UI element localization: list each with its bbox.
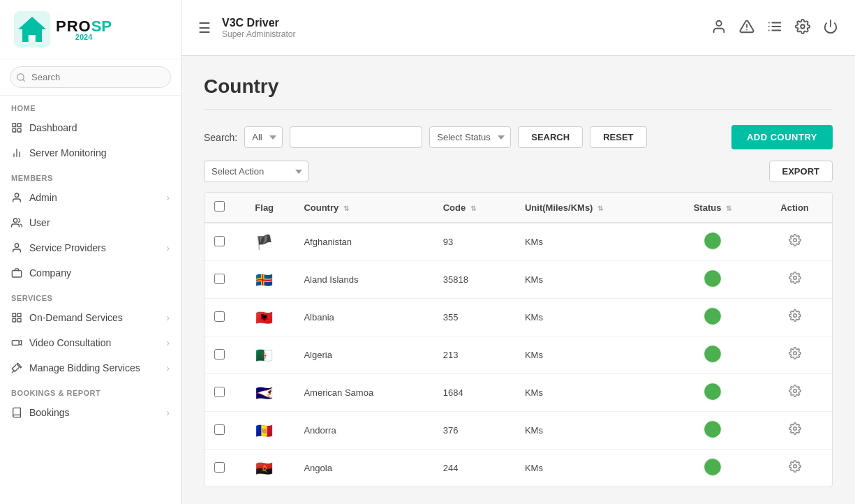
row-code-3: 213 — [433, 336, 515, 374]
company-icon — [11, 267, 22, 279]
svg-point-36 — [793, 239, 796, 242]
list-icon[interactable] — [767, 19, 782, 36]
svg-point-39 — [793, 276, 796, 280]
row-action-gear-2[interactable] — [785, 308, 805, 327]
company-label: Company — [29, 267, 170, 279]
row-checkbox-4[interactable] — [214, 387, 225, 397]
sidebar-item-server-monitoring[interactable]: Server Monitoring — [0, 140, 181, 165]
action-select[interactable]: Select Action — [204, 161, 308, 182]
topbar-icons — [711, 19, 838, 36]
row-action-gear-5[interactable] — [785, 421, 805, 440]
row-country-4: American Samoa — [294, 374, 433, 412]
row-flag-2: 🇦🇱 — [235, 299, 294, 336]
unit-sort-icon: ⇅ — [597, 205, 603, 212]
row-action-gear-1[interactable] — [785, 270, 805, 289]
search-scope-select[interactable]: All — [244, 126, 283, 148]
svg-rect-18 — [13, 318, 16, 322]
col-code[interactable]: Code ⇅ — [433, 193, 515, 223]
status-active-icon-1 — [703, 269, 722, 288]
col-flag: Flag — [235, 193, 294, 223]
search-button[interactable]: SEARCH — [518, 126, 583, 148]
check-circle-icon-4 — [703, 382, 722, 401]
sidebar-item-company[interactable]: Company — [0, 260, 181, 286]
row-checkbox-cell — [205, 223, 235, 261]
row-action-gear-0[interactable] — [785, 232, 805, 251]
row-code-4: 1684 — [433, 374, 515, 412]
video-chevron-icon: › — [166, 337, 170, 348]
add-country-button[interactable]: ADD COUNTRY — [731, 125, 833, 149]
row-unit-3: KMs — [515, 336, 668, 374]
select-all-checkbox[interactable] — [214, 201, 225, 212]
row-checkbox-0[interactable] — [214, 236, 225, 246]
svg-point-51 — [793, 427, 796, 431]
search-text-input[interactable] — [290, 126, 422, 148]
on-demand-label: On-Demand Services — [29, 312, 159, 323]
topbar: ☰ V3C Driver Super Administrator — [181, 0, 855, 56]
status-active-icon-4 — [703, 382, 722, 401]
sidebar-item-admin[interactable]: Admin › — [0, 185, 181, 210]
col-country[interactable]: Country ⇅ — [294, 193, 433, 223]
row-checkbox-6[interactable] — [214, 462, 225, 473]
row-action-0 — [757, 223, 832, 261]
status-active-icon-2 — [703, 306, 722, 326]
sidebar-item-video-consultation[interactable]: Video Consultation › — [0, 330, 181, 355]
table-row: 🇦🇩 Andorra 376 KMs — [205, 412, 832, 450]
user-profile-icon[interactable] — [711, 19, 727, 36]
row-checkbox-3[interactable] — [214, 349, 225, 360]
bid-icon — [11, 362, 22, 373]
person-icon — [11, 242, 22, 253]
svg-point-47 — [705, 384, 720, 399]
svg-point-13 — [13, 218, 17, 222]
search-input[interactable] — [10, 66, 171, 88]
server-monitoring-label: Server Monitoring — [29, 147, 170, 158]
svg-point-32 — [801, 24, 805, 29]
menu-icon[interactable]: ☰ — [198, 20, 211, 36]
row-checkbox-2[interactable] — [214, 311, 225, 322]
sidebar-item-bookings[interactable]: Bookings › — [0, 400, 181, 425]
row-status-3 — [668, 336, 758, 374]
svg-point-44 — [705, 346, 720, 362]
export-button[interactable]: EXPORT — [769, 161, 833, 182]
row-unit-4: KMs — [515, 374, 668, 412]
row-checkbox-cell — [205, 336, 235, 374]
topbar-subtitle: Super Administrator — [222, 29, 295, 39]
row-flag-5: 🇦🇩 — [235, 412, 294, 450]
status-active-icon-5 — [703, 420, 722, 439]
col-unit[interactable]: Unit(Miles/KMs) ⇅ — [515, 193, 668, 223]
row-code-2: 355 — [433, 299, 515, 336]
status-select[interactable]: Select Status — [429, 126, 511, 148]
topbar-left: ☰ V3C Driver Super Administrator — [198, 17, 295, 39]
power-icon[interactable] — [823, 19, 838, 36]
row-code-5: 376 — [433, 412, 515, 450]
row-flag-6: 🇦🇴 — [235, 450, 294, 487]
row-action-gear-3[interactable] — [785, 346, 805, 364]
section-services-label: SERVICES — [0, 286, 181, 305]
gear-icon-5 — [789, 422, 801, 435]
topbar-title-area: V3C Driver Super Administrator — [222, 17, 295, 39]
row-checkbox-1[interactable] — [214, 274, 225, 284]
row-action-gear-4[interactable] — [785, 383, 805, 402]
logo-text: PRO SP 2024 — [56, 17, 112, 41]
table-row: 🇦🇸 American Samoa 1684 KMs — [205, 374, 832, 412]
sidebar-item-dashboard[interactable]: Dashboard — [0, 115, 181, 140]
action-row: Select Action EXPORT — [204, 161, 833, 182]
row-unit-2: KMs — [515, 299, 668, 336]
svg-marker-21 — [19, 341, 21, 346]
svg-rect-7 — [13, 128, 16, 132]
sidebar-item-manage-bidding-services[interactable]: Manage Bidding Services › — [0, 355, 181, 380]
alert-icon[interactable] — [739, 19, 754, 36]
main-area: ☰ V3C Driver Super Administrator — [181, 0, 855, 504]
svg-rect-2 — [28, 35, 36, 42]
sidebar-item-on-demand-services[interactable]: On-Demand Services › — [0, 305, 181, 330]
row-unit-0: KMs — [515, 223, 668, 261]
status-active-icon-6 — [703, 457, 722, 477]
row-checkbox-5[interactable] — [214, 424, 225, 435]
settings-icon[interactable] — [795, 19, 810, 36]
row-code-0: 93 — [433, 223, 515, 261]
sidebar-item-service-providers[interactable]: Service Providers › — [0, 235, 181, 260]
sidebar-item-user[interactable]: User — [0, 210, 181, 235]
row-action-gear-6[interactable] — [785, 459, 805, 477]
col-status[interactable]: Status ⇅ — [668, 193, 758, 223]
col-checkbox — [205, 193, 235, 223]
reset-button[interactable]: RESET — [590, 126, 646, 148]
